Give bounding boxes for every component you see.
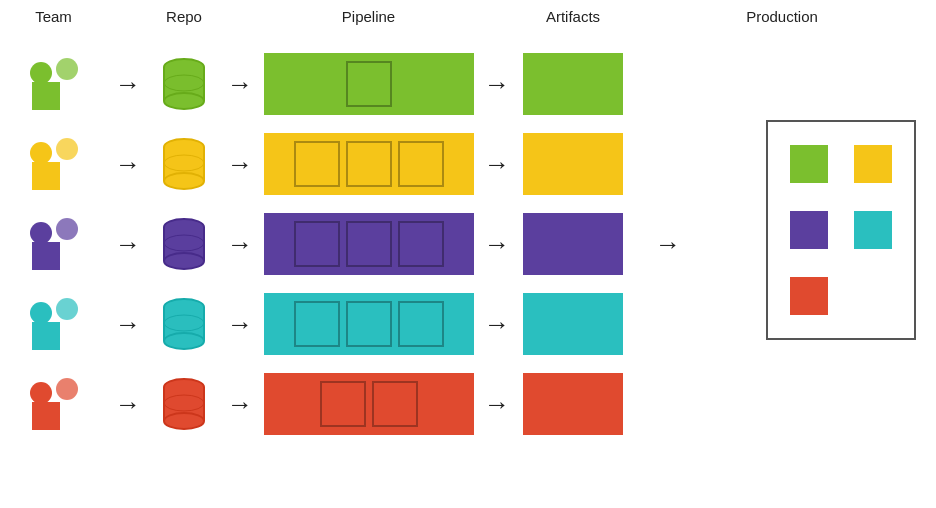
header-arrow1 [107,8,149,25]
repo-icon-teal [149,297,219,351]
arrow-team-repo-red: → [107,389,149,420]
arrow-team-repo-purple: → [107,229,149,260]
header-pipeline: Pipeline [261,8,476,25]
arrow-team-repo-teal: → [107,309,149,340]
repo-icon-purple [149,217,219,271]
row-red: → → → [0,368,936,440]
db-svg [160,137,208,191]
prod-cell-r2-c2 [846,202,900,258]
arrow-pipeline-artifacts-red: → [476,389,518,420]
arrow-repo-pipeline-yellow: → [219,149,261,180]
header-artifacts: Artifacts [518,8,628,25]
arrow-repo-pipeline-purple: → [219,229,261,260]
svg-point-20 [164,333,204,349]
pipeline-purple [261,213,476,275]
header-arrow3 [476,8,518,25]
prod-square-2ABFBF [854,211,892,249]
repo-icon-red [149,377,219,431]
team-icon-green [0,58,107,110]
arrow-repo-pipeline-green: → [219,69,261,100]
prod-square-7BBF2E [790,145,828,183]
arrow-pipeline-artifacts-teal: → [476,309,518,340]
svg-point-21 [164,315,204,331]
repo-icon-yellow [149,137,219,191]
db-svg [160,377,208,431]
artifact-yellow [518,133,628,195]
arrow-team-repo-yellow: → [107,149,149,180]
db-svg [160,297,208,351]
prod-square-5B3F9E [790,211,828,249]
team-icon-red [0,378,107,430]
arrow-pipeline-artifacts-purple: → [476,229,518,260]
arrow-artifacts-production: → [628,229,708,260]
svg-point-15 [164,235,204,251]
prod-cell-r3-c2 [846,268,900,324]
row-green: → → → [0,48,936,120]
artifact-red [518,373,628,435]
prod-cell-r2-c1 [782,202,836,258]
diagram: Team Repo Pipeline Artifacts Production … [0,0,936,508]
arrow-repo-pipeline-red: → [219,389,261,420]
team-icon-teal [0,298,107,350]
svg-point-9 [164,155,204,171]
svg-point-14 [164,253,204,269]
repo-icon-green [149,57,219,111]
pipeline-red [261,373,476,435]
arrow-pipeline-artifacts-yellow: → [476,149,518,180]
prod-cell-r3-c1 [782,268,836,324]
production-box [766,120,916,340]
header-arrow2 [219,8,261,25]
prod-square-F5C518 [854,145,892,183]
arrow-team-repo-green: → [107,69,149,100]
svg-point-3 [164,75,204,91]
team-icon-purple [0,218,107,270]
team-icon-yellow [0,138,107,190]
pipeline-green [261,53,476,115]
svg-point-26 [164,413,204,429]
prod-cell-r1-c1 [782,136,836,192]
arrow-pipeline-artifacts-green: → [476,69,518,100]
svg-point-8 [164,173,204,189]
prod-square-E04A2F [790,277,828,315]
prod-cell-r1-c2 [846,136,900,192]
header-production: Production [628,8,936,25]
db-svg [160,217,208,271]
artifact-green [518,53,628,115]
header-team: Team [0,8,107,25]
artifact-purple [518,213,628,275]
arrow-repo-pipeline-teal: → [219,309,261,340]
pipeline-yellow [261,133,476,195]
column-headers: Team Repo Pipeline Artifacts Production [0,8,936,25]
db-svg [160,57,208,111]
pipeline-teal [261,293,476,355]
production-grid [766,120,916,340]
svg-point-2 [164,93,204,109]
svg-point-27 [164,395,204,411]
artifact-teal [518,293,628,355]
header-repo: Repo [149,8,219,25]
